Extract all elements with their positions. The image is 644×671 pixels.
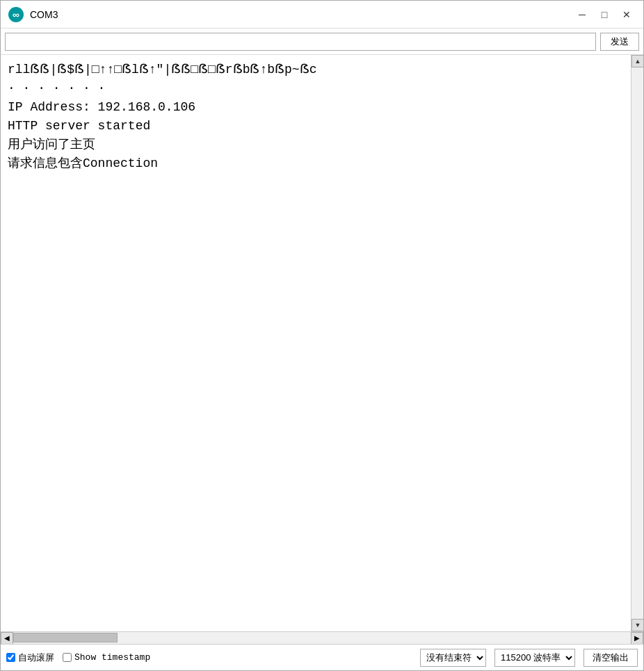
timestamp-checkbox[interactable] [63,653,72,662]
minimize-button[interactable]: ─ [572,5,592,24]
scroll-right-button[interactable]: ▶ [631,632,643,645]
window-controls: ─ □ ✕ [572,5,636,24]
send-bar: 发送 [1,29,643,55]
vertical-scrollbar: ▲ ▼ [631,55,643,631]
serial-line-2: · · · · · · · [8,79,624,98]
output-wrapper: rllẞẞ|ẞ$ẞ|□↑↑□ẞlẞ↑"|ẞẞ□ẞ□ẞrẞbẞ↑bẞp~ẞc · … [1,55,643,631]
scroll-down-button[interactable]: ▼ [631,619,643,631]
scroll-left-button[interactable]: ◀ [1,632,13,645]
arduino-serial-monitor: ∞ COM3 ─ □ ✕ 发送 rllẞẞ|ẞ$ẞ|□↑↑□ẞlẞ↑"|ẞẞ□ẞ… [0,0,644,671]
baud-rate-select[interactable]: 300 波特率 1200 波特率 2400 波特率 4800 波特率 9600 … [494,649,575,667]
horizontal-scrollbar: ◀ ▶ [1,631,643,644]
auto-scroll-group: 自动滚屏 [6,652,54,664]
close-button[interactable]: ✕ [617,5,636,24]
vscroll-track[interactable] [631,67,643,619]
hscroll-track[interactable] [13,632,631,644]
serial-line-request: 请求信息包含Connection [8,154,624,173]
serial-line-1: rllẞẞ|ẞ$ẞ|□↑↑□ẞlẞ↑"|ẞẞ□ẞ□ẞrẞbẞ↑bẞp~ẞc [8,60,624,79]
maximize-button[interactable]: □ [595,5,614,24]
line-ending-select[interactable]: 没有结束符 换行 回车 换行回车 [420,649,486,667]
scroll-up-button[interactable]: ▲ [631,55,643,67]
timestamp-group: Show timestamp [63,652,150,663]
clear-output-button[interactable]: 清空输出 [583,649,638,667]
status-bar: 自动滚屏 Show timestamp 没有结束符 换行 回车 换行回车 300… [1,644,643,670]
serial-output: rllẞẞ|ẞ$ẞ|□↑↑□ẞlẞ↑"|ẞẞ□ẞ□ẞrẞbẞ↑bẞp~ẞc · … [1,55,631,631]
hscroll-thumb[interactable] [13,633,118,642]
title-bar: ∞ COM3 ─ □ ✕ [1,1,643,29]
serial-line-visit: 用户访问了主页 [8,136,624,154]
send-input[interactable] [5,33,596,51]
svg-text:∞: ∞ [13,9,19,20]
auto-scroll-checkbox[interactable] [6,653,15,662]
timestamp-label: Show timestamp [74,652,150,663]
arduino-logo: ∞ [8,6,24,23]
auto-scroll-label: 自动滚屏 [18,652,54,664]
send-button[interactable]: 发送 [600,33,639,51]
serial-line-http: HTTP server started [8,117,624,136]
serial-line-ip: IP Address: 192.168.0.106 [8,98,624,117]
window-title: COM3 [30,9,572,20]
